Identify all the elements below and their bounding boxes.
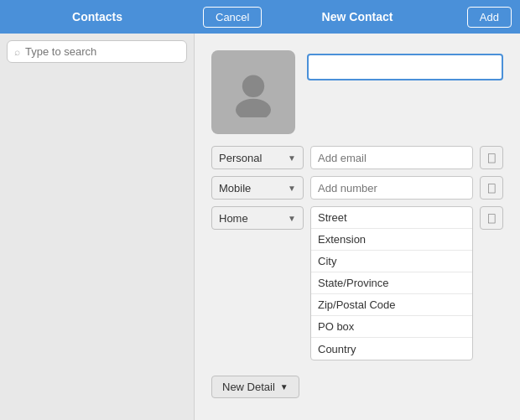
- content-area: Personal ▼ ⎕ Mobile ▼ ⎕: [195, 34, 520, 420]
- address-pobox-field[interactable]: PO box: [311, 316, 472, 338]
- address-country-field[interactable]: Country: [311, 338, 472, 360]
- phone-row: Mobile ▼ ⎕: [211, 176, 503, 200]
- address-fields-container: Street Extension City State/Province Zip…: [310, 206, 473, 360]
- delete-icon: ⎕: [488, 151, 495, 164]
- address-type-dropdown[interactable]: Home ▼: [211, 206, 304, 230]
- new-detail-arrow-icon: ▼: [280, 382, 289, 391]
- address-city-field[interactable]: City: [311, 251, 472, 272]
- phone-delete-button[interactable]: ⎕: [480, 176, 503, 200]
- cancel-button[interactable]: Cancel: [203, 7, 262, 28]
- address-state-field[interactable]: State/Province: [311, 272, 472, 294]
- search-icon: ⌕: [14, 46, 20, 58]
- email-dropdown-arrow: ▼: [288, 153, 296, 163]
- svg-point-1: [236, 99, 271, 117]
- address-street-field[interactable]: Street: [311, 207, 472, 229]
- address-dropdown-arrow: ▼: [288, 214, 296, 223]
- email-input[interactable]: [310, 146, 473, 169]
- phone-dropdown-arrow: ▼: [288, 184, 296, 193]
- sidebar: ⌕: [0, 34, 195, 420]
- email-type-dropdown[interactable]: Personal ▼: [211, 146, 304, 169]
- address-extension-field[interactable]: Extension: [311, 229, 472, 251]
- address-type-label: Home: [219, 212, 248, 225]
- sidebar-title: Contacts: [0, 10, 195, 23]
- top-row: [211, 50, 503, 134]
- email-type-label: Personal: [219, 152, 262, 164]
- phone-input[interactable]: [310, 176, 473, 200]
- name-input[interactable]: [307, 54, 503, 80]
- new-detail-button[interactable]: New Detail ▼: [211, 376, 299, 398]
- phone-type-dropdown[interactable]: Mobile ▼: [211, 176, 304, 200]
- phone-type-label: Mobile: [219, 182, 251, 194]
- address-delete-button[interactable]: ⎕: [480, 206, 503, 230]
- address-row: Home ▼ Street Extension City State/Provi…: [211, 206, 503, 360]
- address-zip-field[interactable]: Zip/Postal Code: [311, 294, 472, 316]
- avatar-icon: [228, 67, 278, 117]
- email-row: Personal ▼ ⎕: [211, 146, 503, 169]
- svg-point-0: [242, 75, 264, 97]
- page-title: New Contact: [322, 10, 393, 23]
- add-button[interactable]: Add: [467, 7, 512, 28]
- header-center: Cancel New Contact Add: [195, 7, 520, 28]
- main-layout: ⌕ Personal ▼: [0, 34, 520, 420]
- new-detail-label: New Detail: [222, 381, 275, 393]
- search-input[interactable]: [25, 45, 179, 58]
- app-header: Contacts Cancel New Contact Add: [0, 0, 520, 34]
- address-delete-icon: ⎕: [488, 211, 495, 225]
- email-delete-button[interactable]: ⎕: [480, 146, 503, 169]
- avatar: [211, 50, 295, 134]
- contact-form: Personal ▼ ⎕ Mobile ▼ ⎕: [211, 50, 503, 398]
- search-box: ⌕: [7, 40, 187, 63]
- phone-delete-icon: ⎕: [488, 181, 495, 194]
